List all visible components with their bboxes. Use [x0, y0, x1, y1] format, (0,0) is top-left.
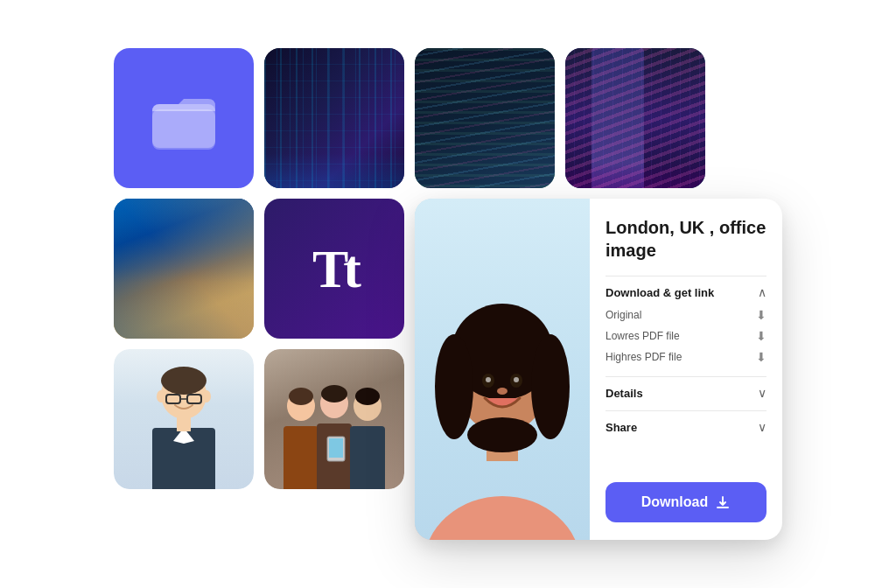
file-item-original: Original ⬇: [606, 306, 766, 324]
grid-row-3: [114, 349, 404, 489]
svg-rect-20: [350, 426, 385, 489]
thumbnail-building1[interactable]: [264, 48, 404, 188]
download-icon-original[interactable]: ⬇: [756, 308, 766, 322]
download-icon-highres[interactable]: ⬇: [756, 350, 766, 364]
card-content: London, UK , office image Download & get…: [590, 199, 782, 540]
svg-point-16: [321, 385, 347, 402]
grid-row-2: Tt: [114, 199, 404, 339]
meeting-silhouette: [264, 349, 404, 489]
main-container: Tt: [96, 31, 800, 557]
file-name-lowres: Lowres PDF file: [606, 330, 680, 342]
download-chevron-icon: ∧: [758, 285, 766, 299]
details-section-label: Details: [606, 387, 643, 400]
svg-point-31: [467, 417, 537, 452]
svg-rect-11: [177, 417, 191, 431]
thumbnail-app-icon[interactable]: [114, 48, 254, 188]
woman-portrait: [415, 199, 590, 540]
file-list: Original ⬇ Lowres PDF file ⬇ Highres PDF…: [606, 306, 766, 366]
detail-card: London, UK , office image Download & get…: [415, 199, 782, 540]
download-icon-lowres[interactable]: ⬇: [756, 329, 766, 343]
download-button-label: Download: [641, 494, 708, 510]
file-item-highres: Highres PDF file ⬇: [606, 348, 766, 366]
svg-rect-22: [329, 438, 343, 458]
thumbnail-building2[interactable]: [415, 48, 555, 188]
svg-point-29: [435, 334, 473, 439]
font-preview-text: Tt: [312, 238, 356, 300]
share-chevron-icon: ∨: [758, 420, 766, 434]
svg-point-36: [497, 388, 508, 395]
svg-point-30: [531, 334, 570, 439]
svg-point-13: [289, 388, 313, 405]
svg-rect-1: [152, 109, 215, 150]
left-columns: Tt: [114, 199, 404, 540]
details-chevron-icon: ∨: [758, 386, 766, 400]
thumbnail-font[interactable]: Tt: [264, 199, 404, 339]
svg-rect-14: [284, 426, 318, 489]
file-name-original: Original: [606, 309, 641, 321]
details-section: Details ∨: [606, 376, 766, 400]
man-silhouette: [114, 349, 254, 489]
svg-point-19: [355, 388, 380, 405]
share-section-header[interactable]: Share ∨: [606, 420, 766, 434]
thumbnail-grid: Tt: [114, 48, 782, 540]
card-image: [415, 199, 590, 540]
svg-point-3: [161, 367, 206, 395]
grid-bottom: Tt: [114, 199, 782, 540]
grid-row-1: [114, 48, 782, 188]
share-section-label: Share: [606, 421, 637, 434]
download-button[interactable]: Download: [606, 482, 766, 522]
svg-point-4: [157, 390, 165, 402]
file-item-lowres: Lowres PDF file ⬇: [606, 327, 766, 345]
thumbnail-man[interactable]: [114, 349, 254, 489]
download-arrow-icon: [715, 494, 731, 510]
file-name-highres: Highres PDF file: [606, 351, 682, 363]
svg-point-34: [486, 377, 491, 382]
share-section: Share ∨: [606, 410, 766, 434]
details-section-header[interactable]: Details ∨: [606, 386, 766, 400]
download-section-label: Download & get link: [606, 286, 714, 299]
card-title: London, UK , office image: [606, 216, 766, 262]
download-section-header[interactable]: Download & get link ∧: [606, 285, 766, 299]
thumbnail-meeting[interactable]: [264, 349, 404, 489]
thumbnail-building3[interactable]: [565, 48, 705, 188]
download-section: Download & get link ∧ Original ⬇ Lowres …: [606, 276, 766, 366]
thumbnail-aerial[interactable]: [114, 199, 254, 339]
folder-icon: [149, 83, 219, 153]
svg-point-35: [514, 377, 519, 382]
svg-point-5: [202, 390, 211, 402]
